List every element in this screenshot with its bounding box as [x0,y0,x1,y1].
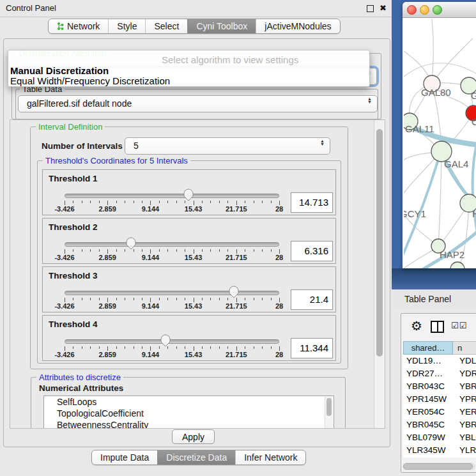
minor-tick [159,346,160,349]
major-tick [279,249,280,254]
columns-icon[interactable] [431,321,444,333]
minor-tick [245,201,245,203]
slider-track[interactable] [65,194,279,198]
attribute-item-betweennesscentrality[interactable]: BetweennessCentrality [44,419,334,429]
slider-tick-labels: -3.4262.8599.14415.4321.71528 [65,302,279,310]
table-row[interactable]: YLR345WYLR3 [403,444,476,457]
minimize-traffic-light-icon[interactable] [420,5,429,15]
table-row[interactable]: YDL19…YDL1 [403,355,476,367]
table-horizontal-scrollbar[interactable] [403,463,475,470]
zoom-traffic-light-icon[interactable] [433,5,442,15]
table-row[interactable]: YBL079WYBL0 [403,431,476,444]
tick-label: 21.715 [226,205,247,213]
tick-label: 21.715 [226,254,247,261]
minor-tick [245,346,245,349]
minor-tick [271,201,272,203]
table-data-combobox[interactable]: galFiltered.sif default node ▲▼ [18,95,378,112]
column-header-name[interactable]: n [453,341,476,355]
slider-track[interactable] [65,339,279,344]
threshold-name: Threshold 1 [49,174,98,183]
table-row[interactable]: YIL052CYIL0 [403,457,476,457]
tick-label: 15.43 [185,351,203,358]
table-row[interactable]: YBR043CYBR0 [403,380,476,393]
slider-tick-labels: -3.4262.8599.14415.4321.71528 [65,254,279,261]
cell-shared-name: YBL079W [403,431,455,444]
minor-tick [219,201,220,203]
minor-tick [210,201,211,203]
slider-thumb[interactable] [183,188,194,204]
tab-cyni-toolbox[interactable]: Cyni Toolbox [187,19,256,33]
threshold-value-field[interactable]: 21.4 [291,289,333,310]
num-intervals-combobox[interactable]: 5 ▲▼ [125,137,330,155]
tab-network[interactable]: Network [49,19,108,33]
settings-scrollbar[interactable] [374,120,385,428]
bottom-tab-impute-data[interactable]: Impute Data [92,450,157,464]
table-row[interactable]: YER054CYER0 [403,406,476,418]
tick-label: -3.426 [54,254,74,261]
major-tick [150,201,151,205]
slider-track[interactable] [65,242,279,247]
close-traffic-light-icon[interactable] [407,5,417,15]
minor-tick [159,249,160,252]
tick-label: -3.426 [54,205,74,213]
threshold-box-threshold-1: Threshold 1-3.4262.8599.14415.4321.71528… [42,169,336,215]
network-node-label: GA [471,90,476,101]
cell-shared-name: YIL052C [403,457,455,457]
table-row[interactable]: YDR27…YDR2 [403,367,476,380]
float-window-icon[interactable] [367,5,374,12]
application-root: Control Panel ✖ NetworkStyleSelectCyni T… [0,0,476,476]
tab-select[interactable]: Select [145,19,187,33]
table-data-value: galFiltered.sif default node [27,96,132,112]
minor-tick [245,249,245,252]
slider-thumb[interactable] [229,286,239,301]
threshold-value-field[interactable]: 6.316 [291,241,333,261]
minor-tick [82,249,82,252]
network-edge [438,151,441,246]
bottom-tab-discretize-data[interactable]: Discretize Data [157,450,235,464]
slider-thumb[interactable] [126,237,136,252]
combo-arrows-icon: ▲▼ [367,97,372,104]
node-table-widget: ⚙ ☑☑ shared… n YDL19…YDL1YDR27…YDR2YBR04… [401,313,476,473]
algorithm-option-manual-discretization[interactable]: Manual Discretization [10,65,109,76]
minor-tick [202,249,203,252]
slider-thumb[interactable] [160,334,171,349]
minor-tick [227,201,228,203]
slider-track[interactable] [65,291,279,295]
algorithm-option-equal-width-frequency-discretization[interactable]: Equal Width/Frequency Discretization [10,75,170,86]
table-row[interactable]: YPR145WYPR1 [403,393,476,406]
attribute-item-selfloops[interactable]: SelfLoops [44,396,334,408]
attributes-listbox[interactable]: SelfLoopsTopologicalCoefficientBetweenne… [43,395,334,429]
network-canvas[interactable]: GAL80GACGAL11GAL4GCY1HHAP2 [404,17,476,268]
threshold-value-field[interactable]: 14.713 [291,192,333,213]
list-scrollbar[interactable] [325,397,333,429]
table-row[interactable]: YBR045CYBR0 [403,418,476,431]
major-tick [107,249,108,254]
tab-style[interactable]: Style [108,19,145,33]
minor-tick [210,249,211,252]
network-tree-icon [57,22,64,31]
minor-tick [219,298,220,300]
close-icon[interactable]: ✖ [380,5,387,12]
minor-tick [176,201,177,203]
network-node[interactable] [450,262,464,268]
tab-jactivemnodules[interactable]: jActiveMNodules [256,19,339,33]
minor-tick [116,346,117,349]
major-tick [194,249,194,254]
window-title: Control Panel [6,0,56,17]
major-tick [279,346,280,351]
column-header-shared-name[interactable]: shared… [403,341,453,355]
apply-button[interactable]: Apply [172,429,215,444]
select-columns-icons[interactable]: ☑☑ [451,321,467,330]
tick-label: 21.715 [226,302,247,310]
minor-tick [202,346,203,349]
cell-shared-name: YBR043C [403,380,455,393]
bottom-tab-infer-network[interactable]: Infer Network [235,450,305,464]
minor-tick [219,249,220,252]
threshold-value-field[interactable]: 11.344 [291,338,333,358]
minor-tick [202,298,203,300]
minor-tick [219,346,220,349]
attribute-item-topologicalcoefficient[interactable]: TopologicalCoefficient [44,408,334,419]
network-node-label: GAL80 [421,87,451,98]
gear-icon[interactable]: ⚙ [411,319,422,333]
major-tick [279,298,280,302]
